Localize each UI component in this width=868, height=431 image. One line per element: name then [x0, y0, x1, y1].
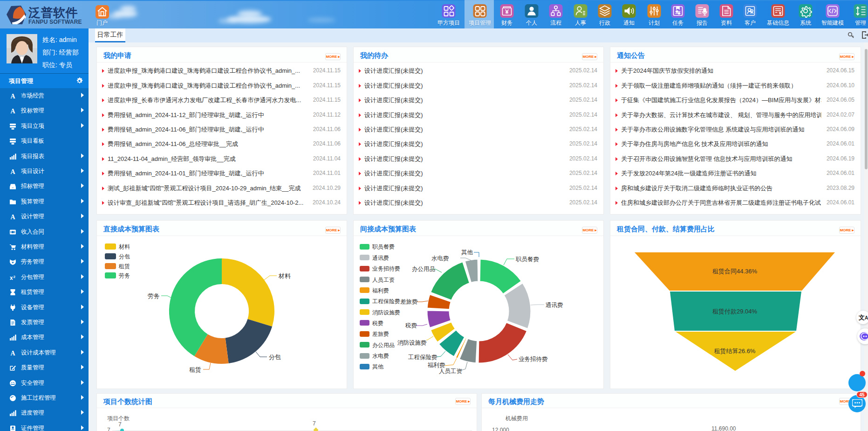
svg-text:租赁: 租赁	[118, 263, 130, 270]
svg-text:租赁付款29.04%: 租赁付款29.04%	[712, 308, 758, 315]
svg-text:劳务: 劳务	[148, 292, 160, 299]
svg-text:差旅费: 差旅费	[372, 331, 389, 337]
svg-text:差旅费: 差旅费	[400, 299, 418, 305]
svg-text:7: 7	[313, 420, 316, 427]
svg-text:劳务: 劳务	[119, 272, 130, 279]
svg-text:福利费: 福利费	[372, 287, 389, 294]
svg-text:其他: 其他	[461, 249, 473, 256]
svg-text:2: 2	[14, 274, 16, 278]
svg-text:7: 7	[107, 427, 110, 431]
svg-text:材料: 材料	[278, 272, 291, 279]
svg-text:x: x	[10, 274, 13, 281]
svg-text:7: 7	[118, 421, 122, 428]
svg-text:人员工资: 人员工资	[372, 277, 395, 283]
svg-text:租赁结算26.6%: 租赁结算26.6%	[714, 348, 756, 355]
svg-text:其他: 其他	[372, 363, 384, 370]
svg-text:消防设施费: 消防设施费	[372, 309, 400, 316]
svg-text:消防设施费: 消防设施费	[397, 340, 427, 346]
svg-text:人员工资: 人员工资	[439, 368, 463, 375]
svg-text:水电费: 水电费	[431, 255, 449, 262]
svg-text:A: A	[10, 350, 15, 356]
svg-text:A: A	[10, 108, 15, 114]
svg-text:分包: 分包	[119, 253, 130, 260]
svg-text:12,000: 12,000	[492, 427, 509, 431]
svg-text:材料: 材料	[118, 243, 130, 250]
svg-text:业务招待费: 业务招待费	[372, 265, 400, 272]
svg-text:税费: 税费	[372, 320, 383, 327]
svg-text:税费: 税费	[405, 322, 417, 329]
svg-text:办公用品: 办公用品	[372, 342, 395, 348]
svg-text:工程保险费: 工程保险费	[372, 298, 400, 305]
svg-text:办公用品: 办公用品	[412, 266, 435, 272]
svg-text:职员餐费: 职员餐费	[515, 256, 539, 263]
svg-text:项目个数: 项目个数	[107, 415, 130, 422]
svg-text:A: A	[10, 214, 15, 220]
svg-text:业务招待费: 业务招待费	[519, 356, 548, 362]
svg-text:A: A	[10, 93, 15, 99]
svg-text:租赁合同44.36%: 租赁合同44.36%	[712, 268, 758, 275]
svg-text:通讯费: 通讯费	[372, 255, 389, 261]
svg-text:11,690.00: 11,690.00	[711, 425, 736, 431]
svg-text:分包: 分包	[269, 354, 281, 361]
svg-text:工程保险费: 工程保险费	[408, 354, 437, 361]
svg-text:租赁: 租赁	[189, 366, 201, 373]
svg-text:福利费: 福利费	[427, 362, 445, 368]
svg-text:职员餐费: 职员餐费	[372, 243, 395, 250]
svg-text:机械费用: 机械费用	[505, 415, 528, 422]
svg-text:通讯费: 通讯费	[546, 302, 563, 308]
svg-text:水电费: 水电费	[372, 353, 389, 359]
svg-text:A: A	[10, 168, 15, 175]
